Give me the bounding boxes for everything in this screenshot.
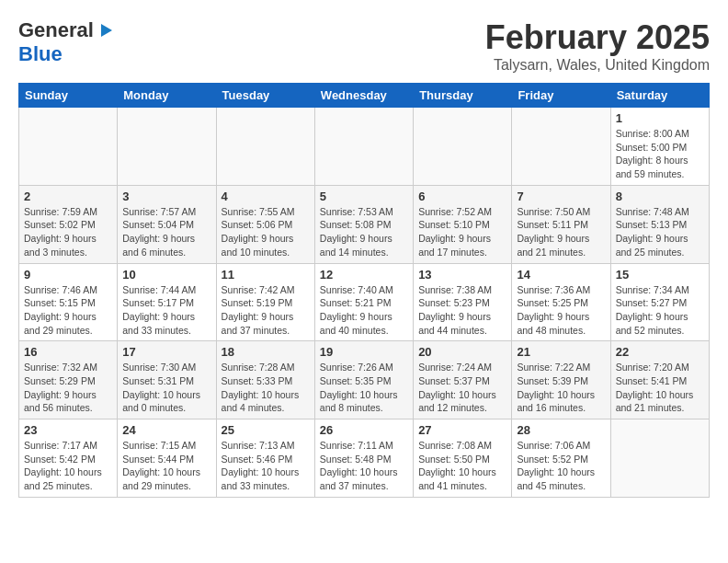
day-number: 3 <box>122 190 210 203</box>
day-info: Sunrise: 7:11 AM Sunset: 5:48 PM Dayligh… <box>320 439 408 493</box>
calendar-cell: 25Sunrise: 7:13 AM Sunset: 5:46 PM Dayli… <box>216 419 314 498</box>
day-info: Sunrise: 7:26 AM Sunset: 5:35 PM Dayligh… <box>320 361 408 415</box>
day-number: 27 <box>418 423 506 437</box>
day-number: 26 <box>320 423 408 437</box>
day-number: 5 <box>320 190 408 203</box>
day-number: 20 <box>418 345 506 359</box>
calendar-cell: 11Sunrise: 7:42 AM Sunset: 5:19 PM Dayli… <box>216 263 314 341</box>
weekday-header-friday: Friday <box>512 84 610 108</box>
day-info: Sunrise: 7:13 AM Sunset: 5:46 PM Dayligh… <box>222 439 310 493</box>
day-info: Sunrise: 7:40 AM Sunset: 5:21 PM Dayligh… <box>320 283 408 338</box>
calendar-week-1: 1Sunrise: 8:00 AM Sunset: 5:00 PM Daylig… <box>19 108 710 186</box>
calendar-cell: 15Sunrise: 7:34 AM Sunset: 5:27 PM Dayli… <box>610 263 709 341</box>
day-info: Sunrise: 7:22 AM Sunset: 5:39 PM Dayligh… <box>517 361 605 415</box>
calendar-cell: 4Sunrise: 7:55 AM Sunset: 5:06 PM Daylig… <box>216 185 314 263</box>
calendar-cell: 21Sunrise: 7:22 AM Sunset: 5:39 PM Dayli… <box>512 341 610 419</box>
day-info: Sunrise: 7:50 AM Sunset: 5:11 PM Dayligh… <box>517 205 605 259</box>
day-info: Sunrise: 7:17 AM Sunset: 5:42 PM Dayligh… <box>24 439 112 493</box>
day-info: Sunrise: 7:32 AM Sunset: 5:29 PM Dayligh… <box>24 361 112 415</box>
calendar-week-4: 16Sunrise: 7:32 AM Sunset: 5:29 PM Dayli… <box>19 341 710 419</box>
calendar-cell: 24Sunrise: 7:15 AM Sunset: 5:44 PM Dayli… <box>118 419 216 498</box>
calendar-cell: 3Sunrise: 7:57 AM Sunset: 5:04 PM Daylig… <box>118 185 216 263</box>
weekday-header-sunday: Sunday <box>19 84 118 108</box>
day-info: Sunrise: 7:53 AM Sunset: 5:08 PM Dayligh… <box>320 205 408 259</box>
calendar-cell: 8Sunrise: 7:48 AM Sunset: 5:13 PM Daylig… <box>610 185 709 263</box>
calendar-cell: 19Sunrise: 7:26 AM Sunset: 5:35 PM Dayli… <box>314 341 413 419</box>
calendar-cell <box>118 108 216 186</box>
day-number: 25 <box>222 423 310 437</box>
weekday-header-saturday: Saturday <box>610 84 709 108</box>
title-block: February 2025 Talysarn, Wales, United Ki… <box>485 18 710 74</box>
day-number: 6 <box>418 190 506 203</box>
calendar-cell <box>512 108 610 186</box>
calendar-week-3: 9Sunrise: 7:46 AM Sunset: 5:15 PM Daylig… <box>19 263 710 341</box>
day-info: Sunrise: 7:55 AM Sunset: 5:06 PM Dayligh… <box>222 205 310 259</box>
calendar-cell <box>216 108 314 186</box>
day-number: 14 <box>517 268 605 282</box>
day-number: 24 <box>122 423 210 437</box>
day-number: 12 <box>320 268 408 282</box>
day-number: 23 <box>24 423 112 437</box>
day-number: 18 <box>222 345 310 359</box>
calendar-cell: 16Sunrise: 7:32 AM Sunset: 5:29 PM Dayli… <box>19 341 118 419</box>
day-info: Sunrise: 7:30 AM Sunset: 5:31 PM Dayligh… <box>122 361 210 415</box>
logo-arrow-icon <box>94 20 114 40</box>
page-header: General Blue February 2025 Talysarn, Wal… <box>18 18 710 74</box>
calendar-cell <box>19 108 118 186</box>
day-number: 19 <box>320 345 408 359</box>
day-number: 10 <box>122 268 210 282</box>
logo-general: General <box>18 18 94 42</box>
calendar-cell: 12Sunrise: 7:40 AM Sunset: 5:21 PM Dayli… <box>314 263 413 341</box>
calendar-cell <box>314 108 413 186</box>
day-info: Sunrise: 7:44 AM Sunset: 5:17 PM Dayligh… <box>122 283 210 338</box>
weekday-header-tuesday: Tuesday <box>216 84 314 108</box>
day-info: Sunrise: 7:38 AM Sunset: 5:23 PM Dayligh… <box>418 283 506 338</box>
day-info: Sunrise: 8:00 AM Sunset: 5:00 PM Dayligh… <box>616 127 704 181</box>
logo: General Blue <box>18 18 114 66</box>
day-number: 13 <box>418 268 506 282</box>
day-info: Sunrise: 7:57 AM Sunset: 5:04 PM Dayligh… <box>122 205 210 259</box>
day-info: Sunrise: 7:06 AM Sunset: 5:52 PM Dayligh… <box>517 439 605 493</box>
calendar-cell: 18Sunrise: 7:28 AM Sunset: 5:33 PM Dayli… <box>216 341 314 419</box>
day-number: 28 <box>517 423 605 437</box>
day-info: Sunrise: 7:24 AM Sunset: 5:37 PM Dayligh… <box>418 361 506 415</box>
calendar-cell: 20Sunrise: 7:24 AM Sunset: 5:37 PM Dayli… <box>414 341 512 419</box>
day-info: Sunrise: 7:36 AM Sunset: 5:25 PM Dayligh… <box>517 283 605 338</box>
calendar-cell: 17Sunrise: 7:30 AM Sunset: 5:31 PM Dayli… <box>118 341 216 419</box>
day-number: 15 <box>616 268 704 282</box>
calendar-cell: 5Sunrise: 7:53 AM Sunset: 5:08 PM Daylig… <box>314 185 413 263</box>
calendar-table: SundayMondayTuesdayWednesdayThursdayFrid… <box>18 83 710 498</box>
weekday-header-thursday: Thursday <box>414 84 512 108</box>
svg-marker-0 <box>101 24 112 37</box>
calendar-cell <box>610 419 709 498</box>
weekday-header-wednesday: Wednesday <box>314 84 413 108</box>
location: Talysarn, Wales, United Kingdom <box>485 57 710 74</box>
day-number: 21 <box>517 345 605 359</box>
day-info: Sunrise: 7:42 AM Sunset: 5:19 PM Dayligh… <box>222 283 310 338</box>
day-info: Sunrise: 7:20 AM Sunset: 5:41 PM Dayligh… <box>616 361 704 415</box>
day-number: 22 <box>616 345 704 359</box>
day-info: Sunrise: 7:46 AM Sunset: 5:15 PM Dayligh… <box>24 283 112 338</box>
day-number: 2 <box>24 190 112 203</box>
day-number: 1 <box>616 111 704 125</box>
calendar-week-2: 2Sunrise: 7:59 AM Sunset: 5:02 PM Daylig… <box>19 185 710 263</box>
day-info: Sunrise: 7:15 AM Sunset: 5:44 PM Dayligh… <box>122 439 210 493</box>
calendar-cell: 22Sunrise: 7:20 AM Sunset: 5:41 PM Dayli… <box>610 341 709 419</box>
day-number: 17 <box>122 345 210 359</box>
calendar-cell: 26Sunrise: 7:11 AM Sunset: 5:48 PM Dayli… <box>314 419 413 498</box>
day-number: 8 <box>616 190 704 203</box>
calendar-cell: 28Sunrise: 7:06 AM Sunset: 5:52 PM Dayli… <box>512 419 610 498</box>
day-number: 16 <box>24 345 112 359</box>
day-number: 7 <box>517 190 605 203</box>
day-info: Sunrise: 7:52 AM Sunset: 5:10 PM Dayligh… <box>418 205 506 259</box>
calendar-cell: 6Sunrise: 7:52 AM Sunset: 5:10 PM Daylig… <box>414 185 512 263</box>
calendar-cell: 14Sunrise: 7:36 AM Sunset: 5:25 PM Dayli… <box>512 263 610 341</box>
calendar-cell: 13Sunrise: 7:38 AM Sunset: 5:23 PM Dayli… <box>414 263 512 341</box>
day-number: 4 <box>222 190 310 203</box>
weekday-header-row: SundayMondayTuesdayWednesdayThursdayFrid… <box>19 84 710 108</box>
day-info: Sunrise: 7:08 AM Sunset: 5:50 PM Dayligh… <box>418 439 506 493</box>
day-info: Sunrise: 7:34 AM Sunset: 5:27 PM Dayligh… <box>616 283 704 338</box>
calendar-cell: 7Sunrise: 7:50 AM Sunset: 5:11 PM Daylig… <box>512 185 610 263</box>
day-number: 11 <box>222 268 310 282</box>
weekday-header-monday: Monday <box>118 84 216 108</box>
